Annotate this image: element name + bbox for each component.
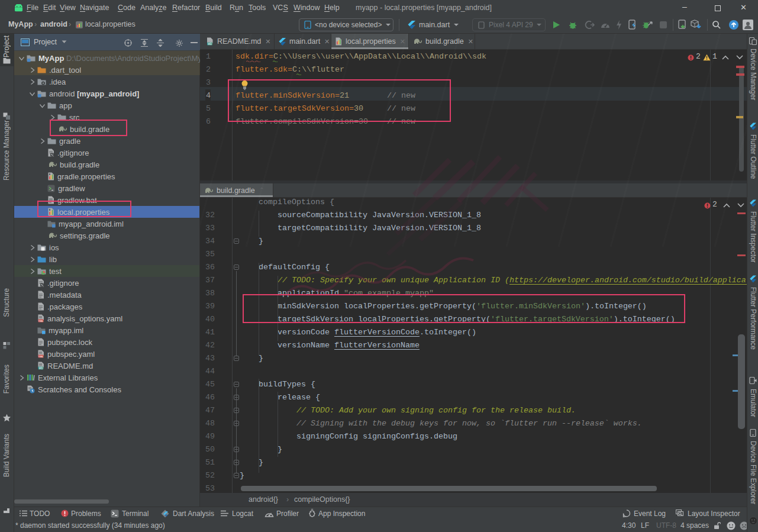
svg-text:YML: YML xyxy=(38,355,44,358)
svg-text:MD: MD xyxy=(38,367,43,370)
svg-text:MD: MD xyxy=(208,43,212,46)
svg-text:YML: YML xyxy=(38,320,44,323)
